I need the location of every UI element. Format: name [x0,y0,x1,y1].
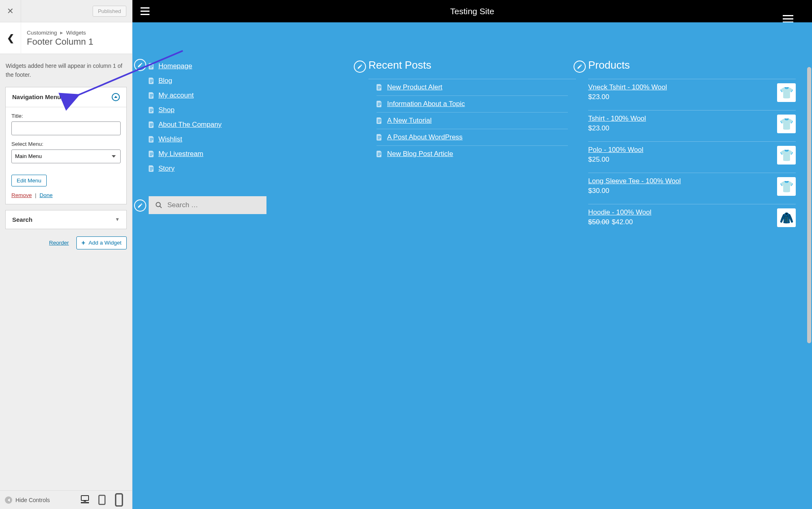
collapse-icon [112,93,120,101]
post-link[interactable]: A Post About WordPress [387,133,463,141]
footer-col-2: Recent Posts New Product AlertInformatio… [368,59,576,493]
menu-link[interactable]: Shop [158,106,175,114]
widget-header-search[interactable]: Search ▼ [6,210,126,229]
search-input[interactable] [167,201,260,209]
document-icon [149,121,154,128]
svg-rect-32 [378,87,381,88]
sidebar-top: ✕ Published [0,0,132,22]
site-title: Testing Site [450,6,494,16]
done-widget-link[interactable]: Done [39,192,52,198]
add-widget-label: Add a Widget [89,240,121,246]
menu-link[interactable]: My account [158,91,194,100]
product-link[interactable]: Vneck Tshirt - 100% Wool [588,83,771,91]
menu-link[interactable]: Homepage [158,62,192,70]
edit-search-widget-button[interactable] [134,199,146,212]
product-thumbnail: 🧥 [777,208,796,227]
product-item: Polo - 100% Wool$25.00👕 [588,141,796,173]
site-preview: Testing Site HomepageBlogMy accountShopA… [132,0,812,509]
product-item: Hoodie - 100% Wool$50.00$42.00🧥 [588,204,796,235]
chevron-right-icon: ▸ [60,30,63,36]
separator: | [35,192,37,198]
svg-rect-27 [150,169,153,169]
svg-rect-6 [150,66,153,67]
hide-controls-button[interactable]: Hide Controls [5,496,50,504]
svg-rect-41 [378,137,381,138]
product-thumbnail: 👕 [777,115,796,133]
select-menu-label: Select Menu: [11,141,121,147]
post-item: New Product Alert [377,79,568,96]
widget-title-input[interactable] [11,121,121,135]
product-thumbnail: 👕 [777,146,796,165]
svg-rect-8 [150,80,153,80]
post-link[interactable]: A New Tutorial [387,117,432,125]
svg-rect-25 [150,155,152,156]
svg-rect-5 [150,65,153,66]
edit-posts-widget-button[interactable] [354,61,366,73]
scrollbar[interactable] [807,67,811,343]
breadcrumb-section: Widgets [66,30,86,36]
svg-rect-10 [150,82,152,83]
svg-rect-42 [378,139,380,139]
add-widget-button[interactable]: + Add a Widget [76,236,127,249]
svg-rect-9 [150,81,153,82]
svg-rect-20 [150,138,153,139]
document-icon [377,101,382,107]
search-box[interactable] [149,196,266,214]
customizer-sidebar: ✕ Published ❮ Customizing ▸ Widgets Foot… [0,0,132,509]
svg-rect-11 [150,94,153,95]
product-item: Tshirt - 100% Wool$23.00👕 [588,110,796,141]
svg-rect-37 [378,119,381,120]
menu-link[interactable]: Blog [158,77,172,85]
close-customizer-button[interactable]: ✕ [0,0,21,22]
publish-status-button[interactable]: Published [93,6,126,17]
menu-toggle-icon[interactable] [141,7,149,15]
section-title: Footer Column 1 [27,37,93,47]
post-link[interactable]: New Product Alert [387,83,442,91]
document-icon [377,134,382,141]
select-menu-dropdown[interactable]: Main Menu [11,149,121,163]
edit-products-widget-button[interactable] [574,61,586,73]
product-link[interactable]: Long Sleeve Tee - 100% Wool [588,177,771,185]
product-link[interactable]: Tshirt - 100% Wool [588,115,771,123]
document-icon [149,136,154,143]
back-button[interactable]: ❮ [0,22,21,54]
document-icon [377,84,382,91]
svg-rect-31 [378,86,381,87]
widget-header-nav[interactable]: Navigation Menu [6,87,126,107]
edit-widget-button[interactable] [134,59,146,71]
tablet-device-icon[interactable] [98,497,106,503]
svg-rect-33 [378,89,380,89]
svg-rect-3 [116,494,123,506]
product-price: $23.00 [588,124,771,132]
menu-link[interactable]: Wishlist [158,135,182,143]
product-link[interactable]: Polo - 100% Wool [588,146,771,154]
desktop-device-icon[interactable] [81,497,89,503]
post-link[interactable]: Information About a Topic [387,100,465,108]
reorder-link[interactable]: Reorder [49,240,69,246]
svg-rect-15 [150,110,153,111]
widget-header-label: Search [12,216,32,223]
plus-icon: + [82,240,85,246]
mobile-device-icon[interactable] [115,497,123,503]
svg-rect-24 [150,154,153,155]
widget-search: Search ▼ [5,210,127,229]
remove-widget-link[interactable]: Remove [11,192,32,198]
svg-rect-17 [150,123,153,124]
menu-link[interactable]: My Livestream [158,150,204,158]
svg-rect-18 [150,125,153,126]
menu-item: Homepage [149,59,356,74]
svg-rect-45 [378,155,380,156]
title-label: Title: [11,113,121,119]
post-link[interactable]: New Blog Post Article [387,150,453,158]
product-link[interactable]: Hoodie - 100% Wool [588,208,771,217]
menu-link[interactable]: Story [158,165,175,173]
document-icon [149,78,154,84]
breadcrumb-root: Customizing [27,30,57,36]
menu-link[interactable]: About The Company [158,121,222,129]
edit-menu-button[interactable]: Edit Menu [11,175,47,186]
recent-posts-title: Recent Posts [368,59,576,71]
widget-navigation-menu: Navigation Menu Title: Select Menu: Main… [5,87,127,204]
svg-rect-13 [150,97,152,97]
svg-rect-22 [150,141,152,141]
footer-col-3: Products Vneck Tshirt - 100% Wool$23.00👕… [588,59,796,493]
